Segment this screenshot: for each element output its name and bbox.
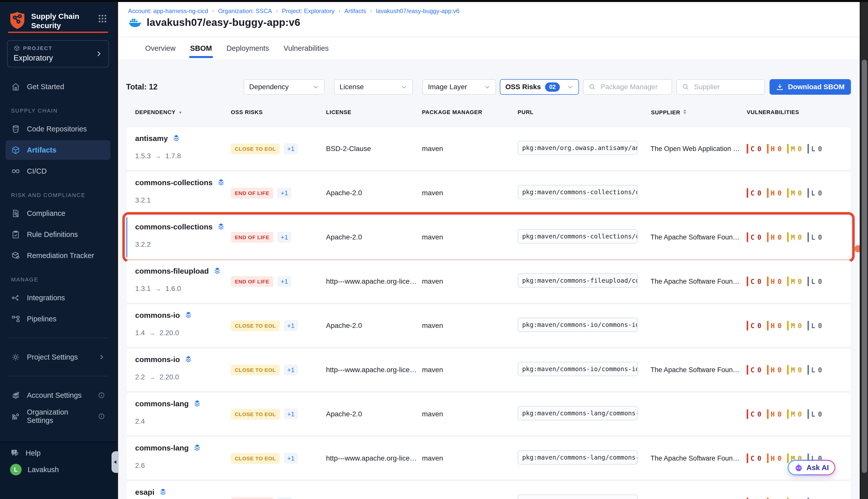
oss-risk-badge[interactable]: END OF LIFE [231, 188, 273, 198]
tab-vulnerabilities[interactable]: Vulnerabilities [283, 37, 330, 59]
column-header-vulnerabilities[interactable]: VULNERABILITIES [747, 109, 799, 115]
breadcrumb-link[interactable]: Account: app-harness-ng-cicd [128, 8, 208, 15]
help-button[interactable]: ? Help [10, 448, 106, 458]
table-row[interactable]: esapi END OF LIFE +1 BSD-Creative Common… [126, 481, 851, 499]
column-header-license[interactable]: LICENSE [326, 109, 351, 115]
project-selector[interactable]: PROJECT Exploratory [7, 40, 109, 67]
vuln-count-high: H0 [767, 498, 782, 499]
column-header-supplier[interactable]: SUPPLIER [651, 109, 686, 116]
purl-chip[interactable]: pkg:maven/org.owasp.antisamy/ant… [518, 141, 638, 155]
breadcrumb-link[interactable]: Organization: SSCA [218, 8, 272, 15]
filter-select-oss-risks[interactable]: OSS Risks02 [500, 79, 579, 95]
table-row[interactable]: commons-fileupload 1.3.1→1.6.0 END OF LI… [126, 260, 851, 303]
severity-count: 0 [798, 233, 802, 241]
sidebar-item-integrations[interactable]: Integrations [5, 288, 111, 307]
sidebar-item-compliance[interactable]: Compliance [5, 204, 111, 223]
tab-sbom[interactable]: SBOM [189, 37, 213, 59]
purl-chip[interactable]: pkg:maven/commons-fileupload/com… [518, 273, 638, 288]
severity-count: 0 [778, 278, 782, 285]
oss-risk-badge[interactable]: CLOSE TO EOL [231, 453, 280, 464]
package-manager-search-input[interactable] [583, 79, 672, 95]
user-menu[interactable]: L Lavakush [10, 464, 106, 475]
sidebar-item-code-repositories[interactable]: </>Code Repositories [5, 119, 111, 139]
severity-letter: H [771, 454, 775, 462]
oss-risk-more-badge[interactable]: +1 [284, 320, 298, 331]
vuln-count-medium: M0 [787, 498, 802, 499]
oss-risk-more-badge[interactable]: +1 [284, 364, 298, 375]
purl-chip[interactable]: pkg:maven/commons-collections/co… [518, 229, 638, 243]
purl-chip[interactable]: pkg:maven/commons-lang/commons-l… [518, 450, 638, 465]
help-label: Help [26, 449, 41, 457]
column-header-purl[interactable]: PURL [518, 109, 533, 115]
purl-chip[interactable]: pkg:maven/commons-io/commons-io@… [518, 318, 638, 332]
oss-risk-more-badge[interactable]: +1 [277, 232, 292, 243]
supplier-cell: The Apache Software Foun… [650, 366, 740, 374]
search-input[interactable] [600, 83, 667, 91]
oss-risk-badge[interactable]: CLOSE TO EOL [231, 409, 280, 419]
download-sbom-button[interactable]: Download SBOM [770, 79, 851, 95]
filter-select-license[interactable]: License [334, 79, 413, 95]
table-row[interactable]: commons-lang 2.6 CLOSE TO EOL +1 http---… [126, 437, 851, 480]
ask-ai-button[interactable]: Ask AI [788, 460, 835, 475]
purl-chip[interactable]: pkg:maven/org.owasp.esapi/esapi@… [518, 495, 638, 499]
sidebar-item-rule-definitions[interactable]: Rule Definitions [5, 224, 111, 244]
sidebar-item-remediation-tracker[interactable]: Remediation Tracker [5, 246, 111, 265]
oss-risk-more-badge[interactable]: +1 [277, 187, 292, 198]
sidebar-item-ci-cd[interactable]: CI/CD [5, 161, 111, 181]
sidebar-item-get-started[interactable]: Get Started [5, 77, 111, 97]
tab-overview[interactable]: Overview [144, 37, 176, 59]
oss-risk-more-badge[interactable]: +1 [284, 409, 298, 419]
table-row[interactable]: commons-io 2.2→2.20.0 CLOSE TO EOL +1 ht… [126, 349, 851, 391]
oss-risk-badge[interactable]: END OF LIFE [231, 232, 273, 243]
column-header-dependency[interactable]: DEPENDENCY [135, 109, 182, 115]
column-header-oss-risks[interactable]: OSS RISKS [231, 109, 263, 115]
table-row[interactable]: commons-collections 3.2.1 END OF LIFE +1… [126, 172, 851, 214]
scrollbar-thumb[interactable] [862, 60, 867, 473]
sbom-table: antisamy 1.5.3→1.7.8 CLOSE TO EOL +1 BSD… [126, 127, 851, 499]
table-row[interactable]: antisamy 1.5.3→1.7.8 CLOSE TO EOL +1 BSD… [126, 127, 851, 170]
oss-risk-badge[interactable]: CLOSE TO EOL [231, 144, 280, 154]
sidebar-collapse-handle[interactable] [112, 451, 119, 473]
sidebar-item-organization-settings[interactable]: Organization Settings [5, 406, 111, 426]
tab-deployments[interactable]: Deployments [225, 37, 270, 59]
vulnerabilities-cell: C0H0M0L0 [747, 232, 822, 242]
scrollbar-track[interactable] [860, 0, 868, 499]
avatar: L [10, 464, 22, 475]
info-icon[interactable] [98, 413, 105, 420]
severity-letter: L [811, 410, 815, 418]
purl-chip[interactable]: pkg:maven/commons-io/commons-io@… [518, 362, 638, 376]
shield-logo-icon [9, 11, 26, 29]
info-icon[interactable] [98, 392, 105, 399]
oss-risk-badge[interactable]: CLOSE TO EOL [231, 320, 280, 331]
search-input[interactable] [693, 83, 759, 91]
oss-risk-badge[interactable]: END OF LIFE [231, 497, 273, 499]
table-row[interactable]: commons-collections 3.2.2 END OF LIFE +1… [126, 216, 851, 258]
vuln-count-high: H0 [767, 365, 782, 375]
column-header-package-manager[interactable]: PACKAGE MANAGER [422, 109, 482, 115]
sidebar-item-account-settings[interactable]: Account Settings [5, 386, 111, 405]
module-grid-icon[interactable] [97, 14, 108, 24]
oss-risk-badge[interactable]: CLOSE TO EOL [231, 365, 280, 375]
table-row[interactable]: commons-lang 2.4 CLOSE TO EOL +1 Apache-… [126, 393, 851, 436]
filter-select-image-layer[interactable]: Image Layer [422, 79, 496, 95]
vuln-count-low: L0 [807, 188, 822, 198]
oss-risk-more-badge[interactable]: +1 [284, 143, 298, 154]
breadcrumb-link[interactable]: lavakush07/easy-buggy-app:v6 [376, 8, 459, 15]
sidebar-item-artifacts[interactable]: Artifacts [5, 140, 111, 160]
purl-chip[interactable]: pkg:maven/commons-collections/co… [518, 185, 638, 199]
breadcrumb-link[interactable]: Project: Exploratory [282, 8, 334, 15]
table-row[interactable]: commons-io 1.4→2.20.0 CLOSE TO EOL +1 Ap… [126, 304, 851, 347]
purl-chip[interactable]: pkg:maven/commons-lang/commons-l… [518, 406, 638, 421]
oss-risk-more-badge[interactable]: +1 [277, 276, 292, 287]
oss-risk-badge[interactable]: END OF LIFE [231, 276, 273, 287]
oss-risk-more-badge[interactable]: +1 [284, 453, 298, 464]
supplier-search-input[interactable] [677, 79, 765, 95]
breadcrumb-link[interactable]: Artifacts [344, 8, 366, 15]
sidebar-item-project-settings[interactable]: Project Settings [5, 347, 111, 367]
sort-down-icon[interactable] [178, 109, 182, 115]
filter-select-dependency[interactable]: Dependency [244, 79, 324, 95]
oss-risk-more-badge[interactable]: +1 [277, 497, 292, 499]
sidebar-item-pipelines[interactable]: Pipelines [5, 309, 111, 329]
sort-both-icon[interactable] [683, 109, 686, 116]
vuln-count-medium: M0 [787, 409, 802, 419]
